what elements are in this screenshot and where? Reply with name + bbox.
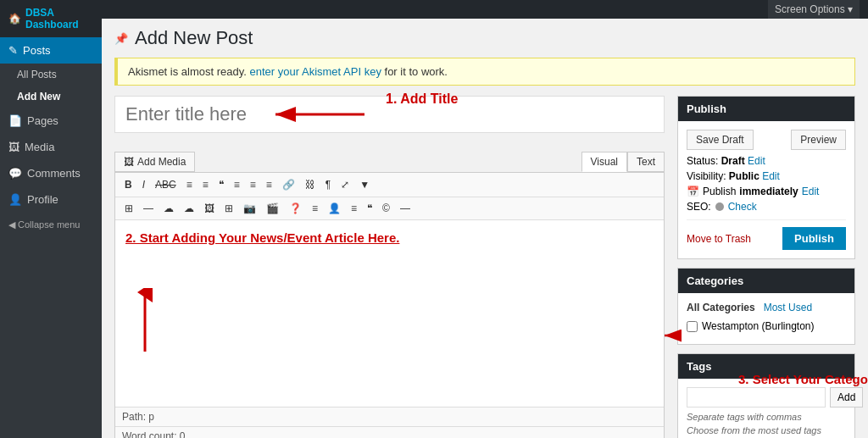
content-arrow bbox=[128, 288, 162, 358]
add-media-button[interactable]: 🖼 Add Media bbox=[114, 152, 195, 172]
content-annotation: 2. Start Adding Your News/Event Article … bbox=[125, 230, 399, 245]
top-bar: Screen Options ▾ bbox=[102, 0, 868, 19]
sidebar-subitem-all-posts[interactable]: All Posts bbox=[0, 64, 102, 86]
sidebar-subitem-add-new[interactable]: Add New bbox=[0, 86, 102, 108]
seo-check-link[interactable]: Check bbox=[728, 201, 757, 213]
sidebar-item-posts[interactable]: ✎ Posts bbox=[0, 37, 102, 64]
notice-text: Akismet is almost ready. bbox=[128, 65, 247, 78]
word-count-bar: Word count: 0 bbox=[115, 426, 664, 438]
publish-panel: Publish Save Draft Preview Status: Draft… bbox=[677, 96, 855, 259]
tb2-dash[interactable]: — bbox=[396, 200, 415, 217]
tb2-video[interactable]: 🎬 bbox=[262, 200, 283, 217]
pages-icon: 📄 bbox=[8, 114, 22, 127]
page-icon: 📌 bbox=[114, 32, 128, 45]
publish-edit-link[interactable]: Edit bbox=[802, 186, 820, 197]
tag-input[interactable] bbox=[687, 387, 826, 408]
path-info: Path: p bbox=[122, 411, 154, 423]
category-checkbox[interactable] bbox=[687, 321, 698, 332]
tab-visual[interactable]: Visual bbox=[581, 152, 627, 172]
tb-italic[interactable]: I bbox=[138, 176, 149, 193]
tb2-hr[interactable]: — bbox=[139, 200, 158, 217]
tag-hint2: Choose from the most used tags bbox=[687, 425, 846, 435]
page-title-area: 📌 Add New Post bbox=[114, 27, 855, 49]
all-categories-tab[interactable]: All Categories bbox=[687, 302, 755, 313]
category-arrow bbox=[663, 323, 684, 348]
tb2-help[interactable]: ❓ bbox=[285, 200, 306, 217]
page-title: Add New Post bbox=[135, 27, 253, 49]
add-media-icon: 🖼 bbox=[124, 156, 134, 168]
sidebar-item-comments[interactable]: 💬 Comments bbox=[0, 160, 102, 186]
publish-label: Publish bbox=[703, 186, 736, 197]
sidebar-item-label: Posts bbox=[23, 44, 51, 57]
tb-bold[interactable]: B bbox=[120, 176, 136, 193]
notice-suffix: for it to work. bbox=[385, 65, 448, 78]
publish-button[interactable]: Publish bbox=[782, 227, 846, 250]
tb2-image[interactable]: 🖼 bbox=[200, 200, 219, 217]
tb-blockquote[interactable]: ❝ bbox=[214, 176, 228, 193]
tb2-user[interactable]: 👤 bbox=[324, 200, 345, 217]
publish-panel-header: Publish bbox=[678, 97, 854, 121]
akismet-link[interactable]: enter your Akismet API key bbox=[250, 65, 381, 78]
dashboard-link[interactable]: 🏠 DBSA Dashboard bbox=[0, 0, 102, 37]
editor-content[interactable]: 2. Start Adding Your News/Event Article … bbox=[115, 220, 664, 407]
tb-toolbar-toggle[interactable]: ▼ bbox=[355, 176, 374, 193]
sidebar-item-pages[interactable]: 📄 Pages bbox=[0, 108, 102, 134]
sidebar-item-label: Pages bbox=[27, 114, 58, 127]
profile-icon: 👤 bbox=[8, 193, 22, 206]
move-to-trash-link[interactable]: Move to Trash bbox=[687, 233, 751, 245]
posts-submenu: All Posts Add New bbox=[0, 64, 102, 108]
tb-align-left[interactable]: ≡ bbox=[230, 176, 244, 193]
tb2-list[interactable]: ≡ bbox=[308, 200, 322, 217]
tab-text[interactable]: Text bbox=[627, 152, 665, 172]
tb-ol[interactable]: ≡ bbox=[182, 176, 197, 193]
comments-icon: 💬 bbox=[8, 167, 22, 180]
editor-toolbar-1: B I ABC ≡ ≡ ❝ ≡ ≡ ≡ 🔗 ⛓ ¶ ⤢ ▼ bbox=[115, 173, 664, 197]
sidebar-item-profile[interactable]: 👤 Profile bbox=[0, 186, 102, 213]
collapse-menu[interactable]: ◀ Collapse menu bbox=[0, 213, 102, 237]
category-label: Westampton (Burlington) bbox=[702, 320, 815, 332]
sidebar-item-label: Profile bbox=[27, 193, 58, 206]
add-tag-button[interactable]: Add bbox=[830, 387, 863, 408]
visibility-label: Visibility: bbox=[687, 170, 726, 182]
sidebar-item-media[interactable]: 🖼 Media bbox=[0, 134, 102, 160]
tb-align-right[interactable]: ≡ bbox=[262, 176, 276, 193]
categories-panel-header: Categories bbox=[678, 269, 854, 293]
tb2-list2[interactable]: ≡ bbox=[347, 200, 361, 217]
tb-fullscreen[interactable]: ⤢ bbox=[337, 176, 353, 193]
tb-link[interactable]: 🔗 bbox=[278, 176, 299, 193]
categories-panel: Categories All Categories Most Used bbox=[677, 268, 855, 345]
editor-top-toolbar: 🖼 Add Media Visual Text bbox=[114, 152, 665, 172]
tb2-camera[interactable]: 📷 bbox=[239, 200, 260, 217]
tb2-cloud1[interactable]: ☁ bbox=[159, 200, 178, 217]
category-item: Westampton (Burlington) bbox=[687, 320, 846, 332]
tb-insert[interactable]: ¶ bbox=[321, 176, 335, 193]
tb-ul[interactable]: ≡ bbox=[198, 176, 213, 193]
visual-text-tabs: Visual Text bbox=[581, 152, 665, 172]
tags-panel-header: Tags bbox=[678, 354, 854, 379]
tb-align-center[interactable]: ≡ bbox=[246, 176, 260, 193]
status-edit-link[interactable]: Edit bbox=[748, 155, 765, 167]
screen-options-button[interactable]: Screen Options ▾ bbox=[768, 0, 860, 19]
visibility-value: Public bbox=[729, 170, 760, 182]
preview-button[interactable]: Preview bbox=[791, 130, 846, 150]
visibility-edit-link[interactable]: Edit bbox=[762, 170, 780, 182]
most-used-tab[interactable]: Most Used bbox=[764, 302, 812, 313]
seo-label: SEO: bbox=[687, 201, 711, 213]
save-draft-button[interactable]: Save Draft bbox=[687, 130, 754, 150]
tags-panel: Tags Add Separate tags with commas Choos… bbox=[677, 353, 855, 438]
dashboard-label: DBSA Dashboard bbox=[25, 7, 93, 30]
tb2-cloud2[interactable]: ☁ bbox=[180, 200, 198, 217]
tb-strikethrough[interactable]: ABC bbox=[151, 176, 181, 193]
editor-box: B I ABC ≡ ≡ ❝ ≡ ≡ ≡ 🔗 ⛓ ¶ ⤢ ▼ bbox=[114, 172, 665, 438]
tb2-copyright[interactable]: © bbox=[378, 200, 394, 217]
tb-unlink[interactable]: ⛓ bbox=[301, 176, 320, 193]
tb2-table[interactable]: ⊞ bbox=[120, 200, 137, 217]
post-title-input[interactable] bbox=[114, 96, 665, 133]
tb2-quote[interactable]: ❝ bbox=[363, 200, 376, 217]
calendar-icon: 📅 bbox=[687, 186, 699, 197]
status-value: Draft bbox=[721, 155, 745, 167]
akismet-notice: Akismet is almost ready. enter your Akis… bbox=[114, 58, 855, 86]
sidebar-item-label: Media bbox=[25, 141, 54, 153]
editor-footer: Path: p bbox=[115, 407, 664, 426]
tb2-grid[interactable]: ⊞ bbox=[220, 200, 237, 217]
